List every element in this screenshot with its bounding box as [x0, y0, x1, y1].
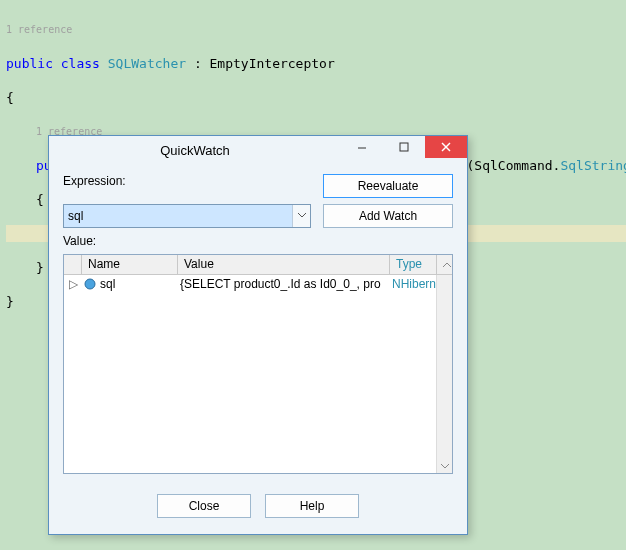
header-value[interactable]: Value: [178, 255, 390, 274]
expression-label: Expression:: [63, 174, 311, 198]
header-name[interactable]: Name: [82, 255, 178, 274]
help-button[interactable]: Help: [265, 494, 359, 518]
scroll-up-icon[interactable]: [437, 275, 452, 289]
reevaluate-button[interactable]: Reevaluate: [323, 174, 453, 198]
close-dialog-button[interactable]: Close: [157, 494, 251, 518]
row-value: {SELECT product0_.Id as Id0_0_, pro: [178, 277, 390, 291]
base-type: EmptyInterceptor: [210, 56, 335, 71]
watch-grid: Name Value Type ▷ sql: [63, 254, 453, 474]
expression-input[interactable]: [64, 205, 292, 227]
maximize-icon: [399, 142, 409, 152]
row-name: sql: [100, 277, 115, 291]
object-icon: [84, 278, 96, 290]
namespace: SqlCommand.: [474, 158, 560, 173]
brace: {: [6, 89, 626, 106]
scroll-down-icon[interactable]: [437, 459, 452, 473]
type-name: SqlString: [560, 158, 626, 173]
keyword: class: [61, 56, 100, 71]
separator: :: [194, 56, 202, 71]
grid-header: Name Value Type: [64, 255, 452, 275]
svg-point-4: [85, 279, 95, 289]
vertical-scrollbar[interactable]: [436, 275, 452, 473]
header-type[interactable]: Type: [390, 255, 436, 274]
type-name: SQLWatcher: [108, 56, 186, 71]
close-icon: [441, 142, 451, 152]
minimize-icon: [357, 142, 367, 152]
add-watch-button[interactable]: Add Watch: [323, 204, 453, 228]
svg-rect-1: [400, 143, 408, 151]
chevron-down-icon[interactable]: [292, 205, 310, 227]
maximize-button[interactable]: [383, 136, 425, 158]
header-corner: [64, 255, 82, 274]
expand-icon[interactable]: ▷: [64, 277, 82, 291]
codelens-ref[interactable]: 1 reference: [6, 21, 626, 38]
titlebar[interactable]: QuickWatch: [49, 136, 467, 164]
quickwatch-dialog: QuickWatch Expression: Reevaluate Add Wa…: [48, 135, 468, 535]
minimize-button[interactable]: [341, 136, 383, 158]
dialog-title: QuickWatch: [49, 143, 341, 158]
value-label: Value:: [63, 234, 311, 248]
watch-row[interactable]: ▷ sql {SELECT product0_.Id as Id0_0_, pr…: [64, 275, 436, 293]
scroll-up-icon[interactable]: [436, 255, 452, 274]
expression-combo[interactable]: [63, 204, 311, 228]
row-type: NHibern: [390, 277, 436, 291]
close-button[interactable]: [425, 136, 467, 158]
dialog-footer: Close Help: [49, 484, 467, 534]
keyword: public: [6, 56, 53, 71]
